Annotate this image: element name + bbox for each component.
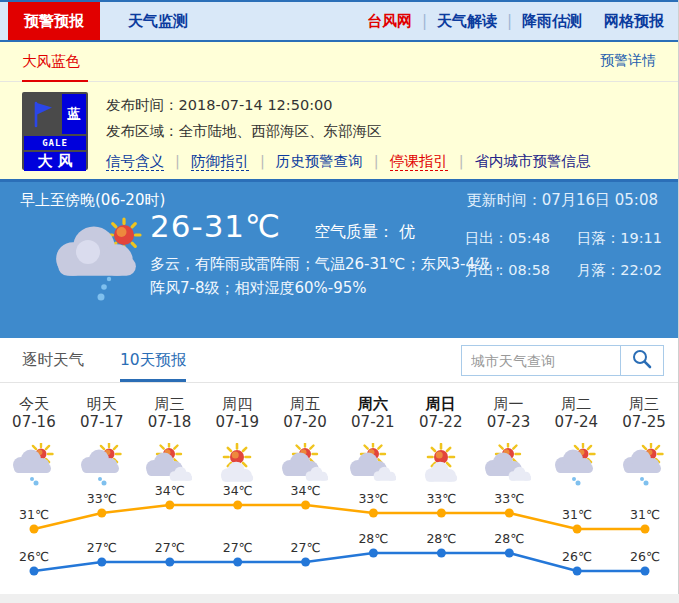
forecast-day-column: 周三07-18: [136, 383, 204, 485]
weather-partly-sunny-icon: [407, 439, 475, 485]
gale-code-label: GALE: [24, 136, 86, 150]
nav-link-rain-estimate[interactable]: 降雨估测: [522, 12, 582, 31]
tab-weather-monitor[interactable]: 天气监测: [100, 2, 216, 40]
forecast-day-column: 今天07-16: [0, 383, 68, 485]
temperature-chart-svg: 31℃33℃34℃34℃34℃33℃33℃33℃31℃31℃26℃27℃27℃2…: [0, 485, 679, 589]
city-search: [461, 345, 664, 376]
sunrise-time: 日出：05:48: [465, 229, 550, 248]
nav-link-weather-explain[interactable]: 天气解读: [437, 12, 497, 31]
link-class-suspension[interactable]: 停课指引: [390, 153, 448, 171]
forecast-day-column: 周一07-23: [475, 383, 543, 485]
day-name: 周六: [339, 383, 407, 413]
temperature-range: 26-31℃: [150, 208, 281, 244]
day-date: 07-18: [136, 413, 204, 439]
weather-widget: 预警预报 天气监测 台风网 | 天气解读 | 降雨估测 网格预报 大风蓝色 预警…: [0, 0, 679, 594]
weather-description-line2: 阵风7-8级；相对湿度60%-95%: [150, 276, 505, 300]
search-button[interactable]: [620, 346, 663, 375]
link-warning-history[interactable]: 历史预警查询: [276, 153, 363, 169]
weather-cloudy-icon: [136, 439, 204, 485]
link-province-warnings[interactable]: 省内城市预警信息: [475, 153, 591, 169]
warning-type-underline: [22, 80, 88, 82]
forecast-section: 逐时天气 10天预报 今天07-16明天07-17周三07-18周四07-19周…: [0, 338, 678, 589]
svg-text:31℃: 31℃: [19, 507, 49, 522]
weather-partly-sunny-icon: [203, 439, 271, 485]
link-signal-meaning[interactable]: 信号含义: [106, 153, 164, 171]
day-date: 07-25: [610, 413, 678, 439]
forecast-day-column: 周六07-21: [339, 383, 407, 485]
current-weather-section: 早上至傍晚(06-20时) 更新时间：07月16日 05:08 26-31℃ 空…: [0, 182, 678, 338]
moonset-time: 月落：22:02: [577, 261, 662, 280]
svg-text:31℃: 31℃: [630, 507, 660, 522]
nav-link-grid-forecast[interactable]: 网格预报: [604, 12, 664, 31]
day-date: 07-21: [339, 413, 407, 439]
day-date: 07-19: [203, 413, 271, 439]
day-name: 周三: [610, 383, 678, 413]
city-search-input[interactable]: [462, 346, 620, 375]
day-name: 周日: [407, 383, 475, 413]
warning-texts: 发布时间：2018-07-14 12:50:00 发布区域：全市陆地、西部海区、…: [106, 92, 591, 171]
tab-warning-forecast-label: 预警预报: [24, 12, 84, 31]
weather-shower-icon: [542, 439, 610, 485]
update-time: 更新时间：07月16日 05:08: [467, 191, 658, 210]
link-defense-guide[interactable]: 防御指引: [191, 153, 249, 171]
weather-cloudy-icon: [339, 439, 407, 485]
svg-text:27℃: 27℃: [223, 540, 253, 555]
publish-area-label: 发布区域：: [106, 123, 179, 139]
forecast-days: 今天07-16明天07-17周三07-18周四07-19周五07-20周六07-…: [0, 383, 678, 485]
sunset-time: 日落：19:11: [577, 229, 662, 248]
day-date: 07-16: [0, 413, 68, 439]
day-name: 周二: [542, 383, 610, 413]
publish-time-value: 2018-07-14 12:50:00: [179, 97, 333, 113]
svg-text:28℃: 28℃: [494, 531, 524, 546]
svg-text:26℃: 26℃: [19, 549, 49, 564]
gale-name-label: 大 风: [24, 152, 86, 171]
search-icon: [631, 348, 653, 373]
weather-shower-icon: [0, 439, 68, 485]
air-quality: 空气质量： 优: [314, 222, 415, 241]
forecast-day-column: 周日07-22: [407, 383, 475, 485]
day-date: 07-24: [542, 413, 610, 439]
weather-cloudy-icon: [475, 439, 543, 485]
gale-level-badge: 蓝: [62, 94, 86, 134]
top-nav-links: 台风网 | 天气解读 | 降雨估测 网格预报: [367, 2, 678, 40]
svg-text:26℃: 26℃: [562, 549, 592, 564]
forecast-day-column: 周五07-20: [271, 383, 339, 485]
publish-area-row: 发布区域：全市陆地、西部海区、东部海区: [106, 118, 591, 144]
weather-cloudy-icon: [271, 439, 339, 485]
forecast-day-column: 周四07-19: [203, 383, 271, 485]
tab-ten-day-forecast[interactable]: 10天预报: [120, 338, 186, 382]
tab-weather-monitor-label: 天气监测: [128, 12, 188, 31]
warning-body: 蓝 GALE 大 风 发布时间：2018-07-14 12:50:00 发布区域…: [0, 82, 678, 171]
temperature-chart: 31℃33℃34℃34℃34℃33℃33℃33℃31℃31℃26℃27℃27℃2…: [0, 485, 678, 589]
tab-hourly-weather[interactable]: 逐时天气: [22, 338, 84, 382]
forecast-period-label: 早上至傍晚(06-20时): [20, 191, 165, 210]
day-name: 周四: [203, 383, 271, 413]
day-date: 07-22: [407, 413, 475, 439]
top-nav: 预警预报 天气监测 台风网 | 天气解读 | 降雨估测 网格预报: [0, 0, 678, 42]
forecast-day-column: 周三07-25: [610, 383, 678, 485]
forecast-day-column: 周二07-24: [542, 383, 610, 485]
nav-separator: |: [422, 12, 427, 30]
weather-shower-icon: [68, 439, 136, 485]
publish-area-value: 全市陆地、西部海区、东部海区: [179, 123, 382, 139]
day-name: 周三: [136, 383, 204, 413]
svg-text:27℃: 27℃: [291, 540, 321, 555]
forecast-day-column: 明天07-17: [68, 383, 136, 485]
gale-warning-sign-icon: 蓝 GALE 大 风: [22, 92, 88, 170]
warning-type-tab[interactable]: 大风蓝色: [22, 52, 80, 71]
day-name: 周一: [475, 383, 543, 413]
nav-link-typhoon[interactable]: 台风网: [367, 12, 412, 31]
svg-text:27℃: 27℃: [87, 540, 117, 555]
svg-text:28℃: 28℃: [358, 531, 388, 546]
svg-text:33℃: 33℃: [426, 491, 456, 506]
day-date: 07-17: [68, 413, 136, 439]
gale-flag-icon: [24, 94, 60, 134]
tab-warning-forecast[interactable]: 预警预报: [8, 2, 100, 40]
sun-moon-times: 日出：05:48 日落：19:11 月出：08:58 月落：22:02: [465, 229, 662, 293]
warning-section: 大风蓝色 预警详情 蓝 GALE 大 风: [0, 42, 678, 182]
svg-text:31℃: 31℃: [562, 507, 592, 522]
weather-description: 多云，有阵雨或雷阵雨；气温26-31℃；东风3-4级， 阵风7-8级；相对湿度6…: [150, 252, 505, 300]
page: 预警预报 天气监测 台风网 | 天气解读 | 降雨估测 网格预报 大风蓝色 预警…: [0, 0, 679, 603]
svg-text:34℃: 34℃: [155, 485, 185, 498]
warning-detail-link[interactable]: 预警详情: [600, 52, 656, 70]
